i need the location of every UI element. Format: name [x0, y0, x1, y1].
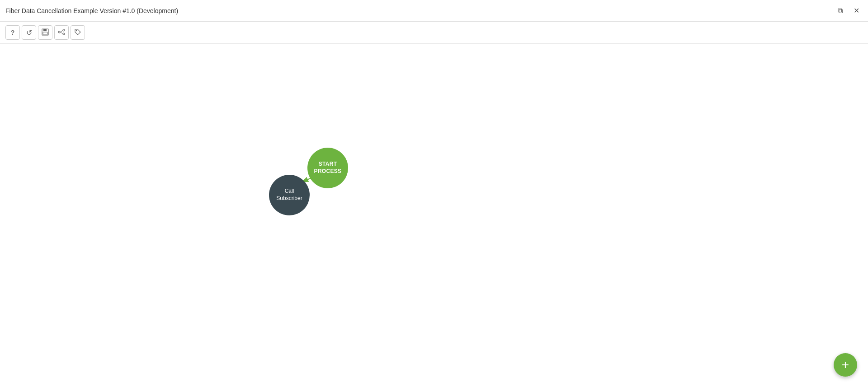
canvas: START PROCESS Call Subscriber + — [0, 44, 868, 387]
start-process-label: START PROCESS — [314, 161, 342, 175]
help-icon: ? — [11, 29, 15, 36]
toolbar: ? ↺ — [0, 22, 868, 44]
call-subscriber-node[interactable]: Call Subscriber — [269, 175, 310, 215]
connect-icon — [58, 28, 65, 37]
add-icon: + — [842, 358, 849, 372]
page-title: Fiber Data Cancellation Example Version … — [5, 7, 178, 14]
svg-line-6 — [60, 30, 63, 32]
svg-line-7 — [60, 32, 63, 34]
add-button[interactable]: + — [834, 353, 857, 377]
maximize-button[interactable]: ⧉ — [834, 5, 846, 17]
refresh-button[interactable]: ↺ — [22, 25, 36, 40]
save-button[interactable] — [38, 25, 52, 40]
svg-point-4 — [63, 29, 65, 31]
svg-point-8 — [76, 30, 77, 31]
help-button[interactable]: ? — [5, 25, 20, 40]
svg-rect-2 — [43, 32, 47, 35]
tag-button[interactable] — [71, 25, 85, 40]
connect-button[interactable] — [54, 25, 69, 40]
start-process-node[interactable]: START PROCESS — [307, 148, 348, 188]
call-subscriber-label: Call Subscriber — [276, 188, 302, 202]
svg-point-5 — [63, 33, 65, 35]
close-button[interactable]: ✕ — [850, 5, 863, 17]
save-icon — [42, 28, 49, 37]
header-actions: ⧉ ✕ — [834, 5, 863, 17]
tag-icon — [74, 28, 81, 37]
refresh-icon: ↺ — [26, 28, 32, 37]
close-icon: ✕ — [854, 6, 859, 15]
svg-rect-1 — [43, 29, 47, 31]
maximize-icon: ⧉ — [838, 7, 843, 15]
connector-svg — [0, 44, 868, 387]
svg-point-3 — [58, 31, 60, 33]
header: Fiber Data Cancellation Example Version … — [0, 0, 868, 22]
